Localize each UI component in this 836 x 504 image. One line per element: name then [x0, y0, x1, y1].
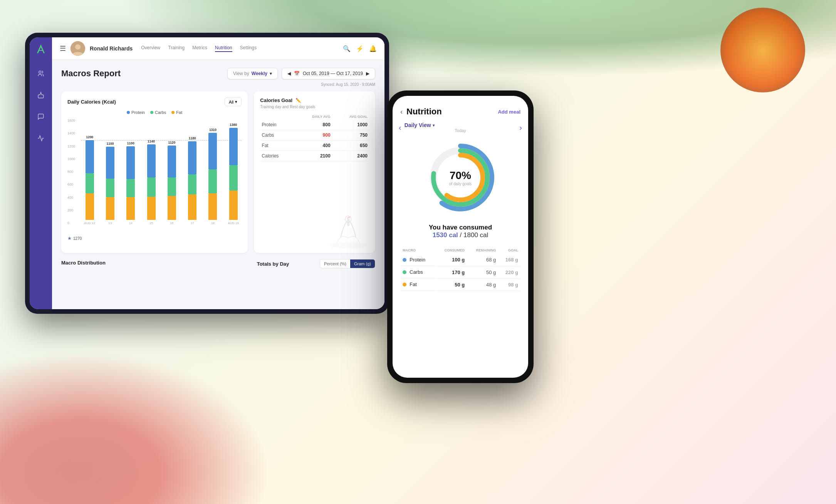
bar-group: 1380AUG 19 [225, 123, 242, 225]
macro-distribution-section: Macro Distribution [61, 259, 251, 268]
view-by-value: Weekly [252, 71, 267, 76]
page-body: Macros Report View by Weekly ▾ ◀ 📅 Oct 0… [52, 60, 384, 309]
phone-macro-consumed: 50 g [435, 278, 467, 291]
toggle-container: Percent (%) Gram (g) [320, 259, 375, 268]
bar-carbs [86, 173, 94, 193]
chart-legend: Protein Carbs Fat [67, 110, 242, 115]
legend-carbs: Carbs [150, 110, 166, 115]
goal-row-label: Calories [260, 151, 295, 161]
daily-view-label[interactable]: Daily View ▾ [405, 122, 517, 128]
bar-fat [229, 191, 238, 220]
consumed-title: You have consumed [400, 224, 520, 231]
bar-group: 110014 [123, 141, 139, 225]
svg-point-0 [39, 71, 41, 73]
prev-day-button[interactable]: ‹ [399, 123, 401, 132]
legend-fat: Fat [171, 110, 182, 115]
sidebar-icon-chat[interactable] [34, 110, 48, 124]
goal-table-row: Carbs900750 [260, 130, 369, 141]
y-axis-label: 1200 [67, 144, 81, 148]
phone-macro-remaining: 48 g [467, 278, 498, 291]
user-name: Ronald Richards [90, 45, 133, 52]
bar-carbs [106, 179, 114, 197]
toggle-group[interactable]: Percent (%) Gram (g) [320, 259, 375, 268]
next-date-icon[interactable]: ▶ [366, 71, 369, 76]
date-nav[interactable]: ◀ 📅 Oct 05, 2019 — Oct 17, 2019 ▶ [282, 68, 375, 79]
goal-row-daily-avg: 800 [295, 120, 332, 130]
svg-rect-5 [347, 218, 349, 226]
bar-stack [106, 147, 114, 220]
tab-metrics[interactable]: Metrics [192, 45, 207, 52]
edit-icon[interactable]: ✏️ [295, 98, 301, 103]
nav-tabs: Overview Training Metrics Nutrition Sett… [141, 45, 257, 52]
tab-nutrition[interactable]: Nutrition [215, 45, 232, 52]
daily-view-bar: ‹ Daily View ▾ Today › [393, 120, 528, 135]
phone-macro-goal: 98 g [498, 278, 520, 291]
daily-view-center: Daily View ▾ Today [405, 122, 517, 133]
goal-row-label: Fat [260, 141, 295, 151]
bar-protein [147, 144, 156, 177]
y-axis-label: 800 [67, 170, 81, 174]
app-logo[interactable] [35, 44, 47, 56]
protein-dot [127, 111, 130, 114]
bar-protein [229, 128, 238, 165]
phone-macro-goal: 220 g [498, 266, 520, 278]
phone-macro-name: Protein [400, 254, 435, 266]
view-by-label: View by [233, 71, 249, 76]
avg-label: ★ 1270 [67, 236, 242, 241]
toggle-gram[interactable]: Gram (g) [350, 260, 375, 268]
goal-subtitle: Training day and Rest day goals [260, 105, 369, 109]
phone-macro-row: Fat50 g48 g98 g [400, 278, 520, 291]
header-avg-goal: AVG GOAL [332, 114, 369, 120]
lightning-icon[interactable]: ⚡ [356, 45, 364, 52]
bottom-row: Macro Distribution Totals by Day Percent… [61, 259, 375, 268]
tab-overview[interactable]: Overview [141, 45, 160, 52]
chart-filter-dropdown[interactable]: All ▾ [225, 97, 242, 106]
back-button[interactable]: ‹ [400, 108, 403, 116]
bars-container: 1200AUG 12110013110014114015112016118017… [81, 119, 242, 225]
tablet-device: ☰ Ronald Richards Overview Training Metr… [25, 33, 389, 314]
bar-protein [126, 146, 135, 179]
phone-macro-remaining: 68 g [467, 254, 498, 266]
fat-dot [171, 111, 175, 114]
tab-settings[interactable]: Settings [240, 45, 257, 52]
phone-header: ‹ Nutrition Add meal [393, 96, 528, 120]
next-day-button[interactable]: › [519, 123, 522, 132]
chart-header: Daily Calories (Kcal) All ▾ [67, 97, 242, 106]
bell-icon[interactable]: 🔔 [369, 45, 377, 52]
goal-row-avg-goal: 1000 [332, 120, 369, 130]
sidebar [30, 37, 52, 309]
search-icon[interactable]: 🔍 [343, 45, 351, 52]
goal-row-daily-avg: 400 [295, 141, 332, 151]
prev-date-icon[interactable]: ◀ [287, 71, 291, 76]
view-by-dropdown[interactable]: View by Weekly ▾ [227, 68, 278, 79]
sidebar-icon-notes[interactable] [34, 88, 48, 102]
toggle-percent[interactable]: Percent (%) [320, 260, 350, 268]
bar-group: 114015 [143, 139, 159, 225]
phone-macro-row: Carbs170 g50 g220 g [400, 266, 520, 278]
bar-top-label: 1140 [148, 139, 155, 143]
col-consumed: CONSUMED [435, 247, 467, 254]
bar-top-label: 1100 [106, 142, 114, 146]
star-icon: ★ [67, 236, 72, 241]
bar-fat [208, 193, 217, 220]
bar-protein [168, 146, 176, 177]
goal-table-row: Protein8001000 [260, 120, 369, 130]
sidebar-icon-users[interactable] [34, 67, 48, 80]
page-title: Macros Report [61, 69, 227, 79]
add-meal-button[interactable]: Add meal [498, 109, 520, 115]
bar-stack [208, 133, 217, 220]
bar-stack [126, 146, 135, 220]
calories-chart-card: Daily Calories (Kcal) All ▾ Protein [61, 91, 248, 253]
macro-table-phone: MACRO CONSUMED REMAINING GOAL Protein100… [393, 243, 528, 295]
tab-training[interactable]: Training [168, 45, 185, 52]
phone-macro-table: MACRO CONSUMED REMAINING GOAL Protein100… [400, 247, 520, 291]
legend-protein-label: Protein [131, 110, 145, 115]
hamburger-icon[interactable]: ☰ [60, 44, 66, 53]
carbs-dot [150, 111, 153, 114]
macro-color-dot [403, 283, 406, 286]
goal-row-label: Protein [260, 120, 295, 130]
sidebar-icon-metrics[interactable] [34, 131, 48, 145]
legend-protein: Protein [127, 110, 145, 115]
phone-macro-remaining: 50 g [467, 266, 498, 278]
macro-distribution-title: Macro Distribution [61, 260, 106, 266]
